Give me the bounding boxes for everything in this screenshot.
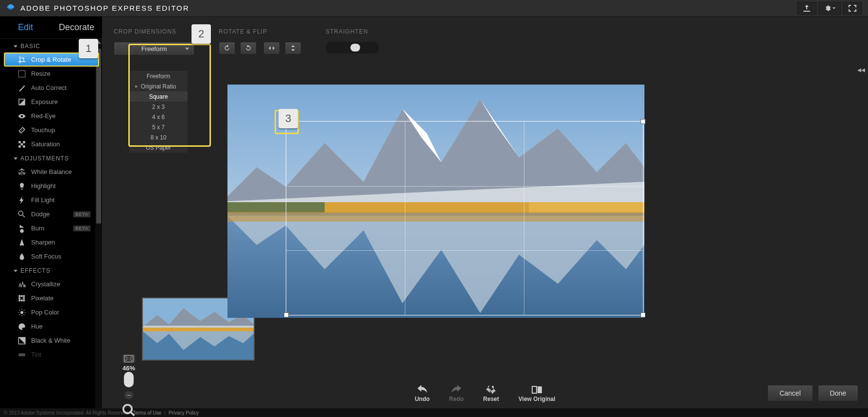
fit-screen-button[interactable] — [122, 355, 135, 363]
section-adjustments[interactable]: ADJUSTMENTS — [0, 151, 102, 165]
palette-icon — [17, 322, 26, 331]
tool-label: Sharpen — [31, 239, 55, 246]
bw-icon — [17, 336, 26, 345]
crop-selection[interactable] — [286, 121, 643, 315]
tool-label: Auto Correct — [31, 84, 67, 91]
privacy-link[interactable]: Privacy Policy — [169, 410, 199, 416]
tool-label: Saturation — [31, 140, 60, 148]
rotate-flip-label: ROTATE & FLIP — [219, 28, 301, 35]
tool-fill-light[interactable]: Fill Light — [0, 193, 102, 207]
tool-label: Touchup — [31, 126, 55, 134]
section-basic-label: BASIC — [20, 43, 40, 50]
tool-dodge[interactable]: DodgeBETA — [0, 207, 102, 221]
tool-pop-color[interactable]: Pop Color — [0, 305, 102, 319]
crystal-icon — [17, 280, 26, 289]
straighten-slider[interactable] — [326, 42, 379, 53]
tool-saturation[interactable]: Saturation — [0, 137, 102, 151]
rotate-cw-button[interactable] — [240, 42, 257, 54]
mode-tab-decorate[interactable]: Decorate — [51, 22, 102, 33]
settings-button[interactable] — [818, 2, 841, 15]
mode-tabs: Edit Decorate — [0, 17, 102, 39]
mode-tab-edit[interactable]: Edit — [0, 22, 51, 33]
view-original-button[interactable]: View Original — [519, 385, 556, 402]
tool-red-eye[interactable]: Red-Eye — [0, 109, 102, 123]
tool-crystallize[interactable]: Crystallize — [0, 277, 102, 291]
bulb-icon — [17, 182, 26, 191]
crop-option-2x3[interactable]: 2 x 3 — [129, 102, 188, 112]
tool-soft-focus[interactable]: Soft Focus — [0, 249, 102, 263]
tool-black-white[interactable]: Black & White — [0, 333, 102, 348]
crop-handle-bottom-left[interactable] — [284, 313, 289, 317]
beta-badge: BETA — [73, 226, 90, 231]
crop-option-square[interactable]: Square — [129, 91, 188, 102]
crop-dimensions-dropdown: Freeform Original Ratio Square 2 x 3 4 x… — [129, 71, 188, 153]
svg-rect-6 — [143, 328, 254, 331]
tool-touchup[interactable]: Touchup — [0, 123, 102, 137]
tool-label: Dodge — [31, 210, 50, 218]
app-title: ADOBE PHOTOSHOP EXPRESS EDITOR — [20, 4, 190, 12]
tool-pixelate[interactable]: Pixelate — [0, 291, 102, 305]
svg-rect-2 — [18, 353, 25, 356]
tool-burn[interactable]: BurnBETA — [0, 221, 102, 235]
flip-vertical-button[interactable] — [285, 42, 301, 54]
straighten-label: STRAIGHTEN — [326, 28, 379, 35]
crop-option-8x10[interactable]: 8 x 10 — [129, 132, 188, 142]
resize-icon — [17, 70, 26, 78]
crop-option-original[interactable]: Original Ratio — [129, 81, 188, 91]
crop-handle-bottom-right[interactable] — [641, 313, 645, 317]
canvas[interactable]: 3 — [227, 85, 644, 318]
exposure-icon — [17, 98, 26, 106]
svg-rect-14 — [538, 386, 542, 393]
crop-handle-top-right[interactable] — [641, 119, 645, 124]
tool-label: Hue — [31, 323, 43, 330]
tool-exposure[interactable]: Exposure — [0, 95, 102, 109]
tool-list: BASIC Crop & Rotate Resize Auto Correct … — [0, 39, 102, 408]
zoom-percent: 46% — [122, 365, 135, 372]
tool-sharpen[interactable]: Sharpen — [0, 235, 102, 249]
fullscreen-button[interactable] — [843, 2, 862, 15]
tool-white-balance[interactable]: White Balance — [0, 165, 102, 179]
crop-option-4x6[interactable]: 4 x 6 — [129, 112, 188, 122]
cancel-button[interactable]: Cancel — [767, 385, 813, 401]
crop-option-5x7[interactable]: 5 x 7 — [129, 122, 188, 132]
reset-button[interactable]: Reset — [483, 385, 499, 402]
upload-button[interactable] — [797, 2, 816, 15]
droplet-icon — [17, 252, 26, 261]
tool-label: White Balance — [31, 168, 72, 175]
callout-2: 2 — [191, 24, 211, 44]
crop-option-freeform[interactable]: Freeform — [129, 71, 188, 81]
flip-horizontal-button[interactable] — [263, 42, 280, 54]
tool-auto-correct[interactable]: Auto Correct — [0, 81, 102, 95]
topbar-tools — [797, 2, 862, 15]
tool-resize[interactable]: Resize — [0, 67, 102, 81]
crop-dimensions-select[interactable]: Freeform — [114, 42, 194, 55]
done-button[interactable]: Done — [818, 385, 858, 401]
tool-hue[interactable]: Hue — [0, 319, 102, 333]
undo-button[interactable]: Undo — [415, 385, 430, 402]
redo-button[interactable]: Redo — [449, 385, 464, 402]
checker-icon — [17, 140, 26, 149]
bottom-bar: Undo Redo Reset View Original Cancel Don… — [102, 379, 868, 408]
rotate-flip-section: ROTATE & FLIP — [219, 28, 301, 54]
beta-badge: BETA — [73, 211, 90, 217]
section-effects[interactable]: EFFECTS — [0, 263, 102, 277]
chevron-down-icon — [185, 48, 189, 50]
copyright-text: © 2013 Adobe Systems Incorporated. All R… — [4, 410, 130, 416]
tool-label: Fill Light — [31, 196, 54, 204]
crop-option-us-paper[interactable]: US Paper — [129, 142, 188, 153]
tool-highlight[interactable]: Highlight — [0, 179, 102, 193]
pixelate-icon — [17, 294, 26, 303]
tool-label: Crystallize — [31, 280, 60, 288]
crop-icon — [17, 55, 26, 64]
crop-dimensions-label: CROP DIMENSIONS — [114, 28, 194, 35]
flash-icon — [17, 196, 26, 205]
pop-icon — [17, 308, 26, 317]
crop-dimensions-section: CROP DIMENSIONS Freeform — [114, 28, 194, 55]
tool-tint[interactable]: Tint — [0, 348, 102, 362]
terms-link[interactable]: Terms of Use — [133, 410, 161, 416]
bandage-icon — [17, 126, 26, 135]
crop-select-value: Freeform — [141, 45, 167, 52]
rotate-ccw-button[interactable] — [219, 42, 235, 54]
canvas-area: 46% + − Zoom — [102, 70, 868, 408]
balance-icon — [17, 168, 26, 176]
